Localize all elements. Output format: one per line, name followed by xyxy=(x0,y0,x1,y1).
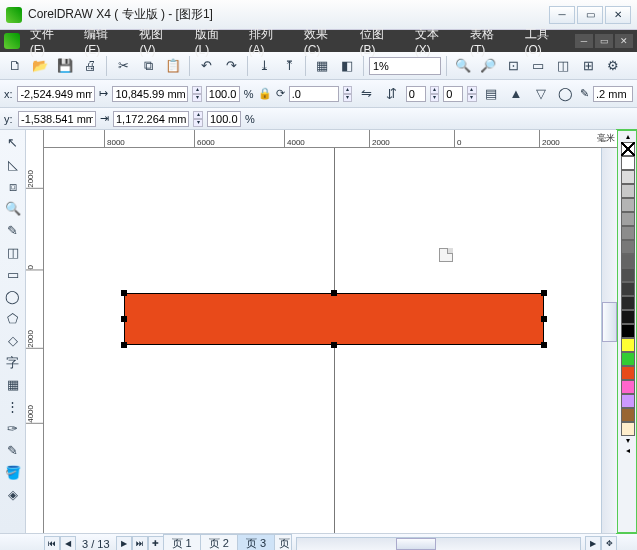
color-swatch[interactable] xyxy=(621,366,635,380)
snap-icon[interactable]: ⊞ xyxy=(577,55,599,77)
color-swatch[interactable] xyxy=(621,198,635,212)
cut-button[interactable]: ✂ xyxy=(112,55,134,77)
add-page-button[interactable]: ✚ xyxy=(148,536,164,551)
color-swatch[interactable] xyxy=(621,422,635,436)
smart-fill-tool[interactable]: ◫ xyxy=(2,242,24,263)
selection-handle[interactable] xyxy=(331,342,337,348)
page-tab[interactable]: 页 2 xyxy=(200,534,238,550)
vertical-ruler[interactable]: 2000 0 2000 4000 xyxy=(26,130,44,533)
color-swatch[interactable] xyxy=(621,282,635,296)
no-fill-swatch[interactable] xyxy=(621,142,635,156)
menu-table[interactable]: 表格(T) xyxy=(464,24,515,59)
shape-tool[interactable]: ◺ xyxy=(2,154,24,175)
vertical-scrollbar[interactable] xyxy=(601,148,617,533)
selection-handle[interactable] xyxy=(541,342,547,348)
ellipse-tool[interactable]: ◯ xyxy=(2,286,24,307)
undo-button[interactable]: ↶ xyxy=(195,55,217,77)
selection-handle[interactable] xyxy=(121,290,127,296)
spin-down[interactable]: ▾ xyxy=(193,119,203,127)
scrollbar-thumb[interactable] xyxy=(396,538,436,550)
save-button[interactable]: 💾 xyxy=(54,55,76,77)
color-swatch[interactable] xyxy=(621,296,635,310)
paste-button[interactable]: 📋 xyxy=(162,55,184,77)
rectangle-tool[interactable]: ▭ xyxy=(2,264,24,285)
page-tab[interactable]: 页 3 xyxy=(237,534,275,550)
scale-y-input[interactable] xyxy=(207,111,241,127)
color-swatch[interactable] xyxy=(621,170,635,184)
lock-icon[interactable]: 🔒 xyxy=(258,87,272,100)
mdi-minimize-button[interactable]: ─ xyxy=(575,34,593,48)
to-front-button[interactable]: ▲ xyxy=(505,83,526,105)
color-swatch[interactable] xyxy=(621,324,635,338)
color-swatch[interactable] xyxy=(621,254,635,268)
menu-effect[interactable]: 效果(C) xyxy=(298,24,350,59)
selection-handle[interactable] xyxy=(331,290,337,296)
color-swatch[interactable] xyxy=(621,394,635,408)
spin-up[interactable]: ▴ xyxy=(343,86,352,94)
text-tool[interactable]: 字 xyxy=(2,352,24,373)
spin-down[interactable]: ▾ xyxy=(343,94,352,102)
menu-view[interactable]: 视图(V) xyxy=(133,24,184,59)
color-swatch[interactable] xyxy=(621,184,635,198)
table-tool[interactable]: ▦ xyxy=(2,374,24,395)
palette-up-button[interactable]: ▴ xyxy=(626,132,630,142)
mirror-h-button[interactable]: ⇋ xyxy=(356,83,377,105)
page-tab-more[interactable]: 页 xyxy=(274,534,292,550)
basic-shapes-tool[interactable]: ◇ xyxy=(2,330,24,351)
outline-tool[interactable]: ✎ xyxy=(2,440,24,461)
fill-tool[interactable]: 🪣 xyxy=(2,462,24,483)
nudge-input[interactable] xyxy=(593,86,633,102)
import-button[interactable]: ⤓ xyxy=(253,55,275,77)
color-swatch[interactable] xyxy=(621,310,635,324)
scale-x-input[interactable] xyxy=(206,86,240,102)
palette-down-button[interactable]: ▾ xyxy=(626,436,630,446)
pick-tool[interactable]: ↖ xyxy=(2,132,24,153)
welcome-button[interactable]: ◧ xyxy=(336,55,358,77)
zoom-page-icon[interactable]: ▭ xyxy=(527,55,549,77)
color-swatch[interactable] xyxy=(621,240,635,254)
height-input[interactable] xyxy=(113,111,189,127)
interactive-fill-tool[interactable]: ◈ xyxy=(2,484,24,505)
scroll-right-button[interactable]: ▶ xyxy=(585,536,601,551)
last-page-button[interactable]: ⏭ xyxy=(132,536,148,551)
spin-down[interactable]: ▾ xyxy=(467,94,476,102)
selection-handle[interactable] xyxy=(121,316,127,322)
menu-arrange[interactable]: 排列(A) xyxy=(243,24,294,59)
color-swatch[interactable] xyxy=(621,226,635,240)
rectangle-shape[interactable] xyxy=(124,293,544,345)
spin-down[interactable]: ▾ xyxy=(430,94,439,102)
corner-input[interactable] xyxy=(406,86,426,102)
menu-bitmap[interactable]: 位图(B) xyxy=(354,24,405,59)
polygon-tool[interactable]: ⬠ xyxy=(2,308,24,329)
menu-layout[interactable]: 版面(L) xyxy=(189,24,239,59)
spin-up[interactable]: ▴ xyxy=(430,86,439,94)
color-swatch[interactable] xyxy=(621,156,635,170)
zoom-fit-icon[interactable]: ⊡ xyxy=(502,55,524,77)
color-swatch[interactable] xyxy=(621,408,635,422)
eyedropper-tool[interactable]: ✑ xyxy=(2,418,24,439)
prev-page-button[interactable]: ◀ xyxy=(60,536,76,551)
options-icon[interactable]: ⚙ xyxy=(602,55,624,77)
maximize-button[interactable]: ▭ xyxy=(577,6,603,24)
pan-button[interactable]: ✥ xyxy=(601,536,617,551)
zoom-level-input[interactable] xyxy=(369,57,441,75)
drawing-canvas[interactable] xyxy=(44,148,617,533)
color-swatch[interactable] xyxy=(621,380,635,394)
selection-handle[interactable] xyxy=(541,290,547,296)
spin-up[interactable]: ▴ xyxy=(467,86,476,94)
open-button[interactable]: 📂 xyxy=(29,55,51,77)
mirror-v-button[interactable]: ⇵ xyxy=(381,83,402,105)
color-swatch[interactable] xyxy=(621,268,635,282)
zoom-tool[interactable]: 🔍 xyxy=(2,198,24,219)
spin-down[interactable]: ▾ xyxy=(192,94,201,102)
horizontal-scrollbar[interactable] xyxy=(296,537,581,551)
mdi-restore-button[interactable]: ▭ xyxy=(595,34,613,48)
menu-tools[interactable]: 工具(O) xyxy=(519,24,572,59)
freehand-tool[interactable]: ✎ xyxy=(2,220,24,241)
zoom-out-icon[interactable]: 🔎 xyxy=(477,55,499,77)
zoom-selection-icon[interactable]: ◫ xyxy=(552,55,574,77)
crop-tool[interactable]: ⧈ xyxy=(2,176,24,197)
wrap-text-button[interactable]: ▤ xyxy=(481,83,502,105)
redo-button[interactable]: ↷ xyxy=(220,55,242,77)
mdi-close-button[interactable]: ✕ xyxy=(615,34,633,48)
